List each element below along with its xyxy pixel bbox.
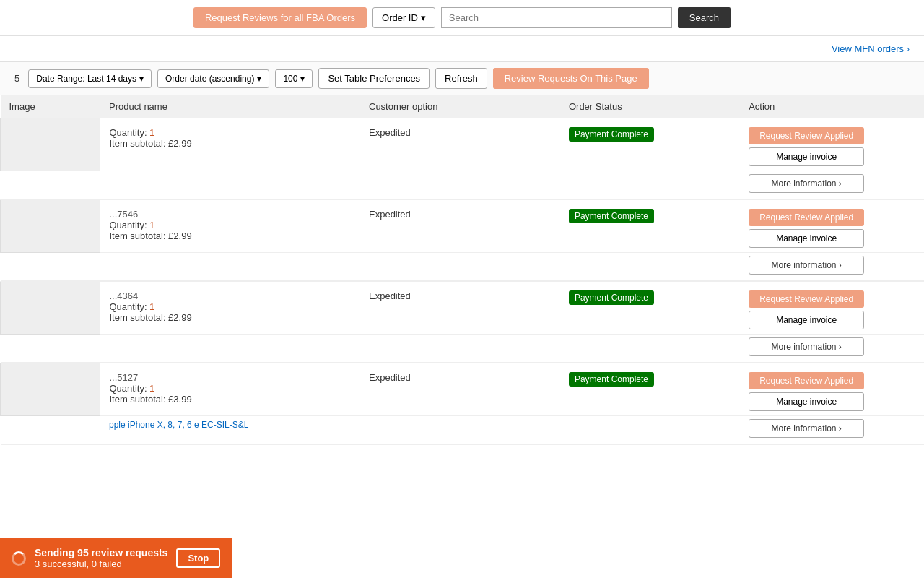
top-bar: Request Reviews for all FBA Orders Order… bbox=[0, 0, 924, 36]
status-badge: Payment Complete bbox=[569, 372, 654, 387]
order-status-cell: Payment Complete bbox=[560, 118, 740, 171]
set-table-preferences-button[interactable]: Set Table Preferences bbox=[318, 68, 430, 89]
status-badge: Payment Complete bbox=[569, 127, 654, 142]
table-sub-row: More information › bbox=[1, 335, 925, 363]
product-name-cell bbox=[100, 335, 360, 363]
col-header-action: Action bbox=[740, 95, 924, 118]
order-status-cell: Payment Complete bbox=[560, 363, 740, 416]
table-header-row: Image Product name Customer option Order… bbox=[1, 95, 925, 118]
action-cell: Request Review AppliedManage invoice bbox=[740, 363, 924, 416]
more-info-cell: More information › bbox=[740, 171, 924, 199]
more-info-cell: More information › bbox=[740, 416, 924, 444]
col-header-product: Product name bbox=[100, 95, 360, 118]
manage-invoice-button[interactable]: Manage invoice bbox=[749, 229, 864, 248]
request-review-applied-button[interactable]: Request Review Applied bbox=[749, 127, 864, 144]
table-row: ...7546Quantity: 1Item subtotal: £2.99Ex… bbox=[1, 200, 925, 253]
customer-option-cell: Expedited bbox=[360, 282, 560, 335]
count-label: 5 bbox=[14, 73, 19, 84]
order-status-cell: Payment Complete bbox=[560, 282, 740, 335]
chevron-down-icon: ▾ bbox=[139, 74, 144, 84]
manage-invoice-button[interactable]: Manage invoice bbox=[749, 147, 864, 166]
manage-invoice-button[interactable]: Manage invoice bbox=[749, 392, 864, 411]
manage-invoice-button[interactable]: Manage invoice bbox=[749, 311, 864, 329]
table-sub-row: pple iPhone X, 8, 7, 6 e EC-SIL-S&LMore … bbox=[1, 416, 925, 444]
product-quantity: Quantity: 1 bbox=[109, 220, 352, 230]
order-id: ...5127 bbox=[109, 372, 352, 383]
chevron-down-icon: ▾ bbox=[300, 74, 305, 84]
action-cell: Request Review AppliedManage invoice bbox=[740, 282, 924, 335]
orders-table: Image Product name Customer option Order… bbox=[0, 95, 924, 445]
status-badge: Payment Complete bbox=[569, 209, 654, 223]
request-review-applied-button[interactable]: Request Review Applied bbox=[749, 290, 864, 308]
product-info-cell: Quantity: 1Item subtotal: £2.99 bbox=[100, 118, 360, 171]
order-id: ...4364 bbox=[109, 290, 352, 301]
table-row: Quantity: 1Item subtotal: £2.99Expedited… bbox=[1, 118, 925, 171]
product-name-cell: pple iPhone X, 8, 7, 6 e EC-SIL-S&L bbox=[100, 416, 360, 444]
product-name-text: pple iPhone X, 8, 7, 6 e EC-SIL-S&L bbox=[109, 419, 352, 431]
customer-option-cell: Expedited bbox=[360, 200, 560, 253]
table-sub-row: More information › bbox=[1, 253, 925, 281]
product-quantity: Quantity: 1 bbox=[109, 301, 352, 312]
product-image-cell bbox=[1, 118, 100, 171]
more-information-button[interactable]: More information › bbox=[749, 419, 864, 438]
chevron-down-icon: ▾ bbox=[257, 74, 261, 84]
status-badge: Payment Complete bbox=[569, 290, 654, 305]
product-image-cell bbox=[1, 363, 100, 416]
more-info-cell: More information › bbox=[740, 335, 924, 363]
more-information-button[interactable]: More information › bbox=[749, 174, 864, 193]
order-status-cell: Payment Complete bbox=[560, 200, 740, 253]
product-quantity: Quantity: 1 bbox=[109, 127, 352, 138]
customer-option-cell: Expedited bbox=[360, 363, 560, 416]
table-row: ...5127Quantity: 1Item subtotal: £3.99Ex… bbox=[1, 363, 925, 416]
action-cell: Request Review AppliedManage invoice bbox=[740, 118, 924, 171]
refresh-button[interactable]: Refresh bbox=[435, 68, 487, 89]
request-review-applied-button[interactable]: Request Review Applied bbox=[749, 209, 864, 226]
request-review-applied-button[interactable]: Request Review Applied bbox=[749, 372, 864, 389]
product-info-cell: ...5127Quantity: 1Item subtotal: £3.99 bbox=[100, 363, 360, 416]
col-header-customer: Customer option bbox=[360, 95, 560, 118]
search-button[interactable]: Search bbox=[678, 7, 731, 28]
col-header-status: Order Status bbox=[560, 95, 740, 118]
table-sub-row: More information › bbox=[1, 171, 925, 199]
product-subtotal: Item subtotal: £2.99 bbox=[109, 230, 352, 241]
more-info-cell: More information › bbox=[740, 253, 924, 281]
date-range-filter[interactable]: Date Range: Last 14 days ▾ bbox=[28, 69, 152, 88]
product-subtotal: Item subtotal: £2.99 bbox=[109, 138, 352, 149]
chevron-down-icon: ▾ bbox=[421, 12, 426, 23]
review-requests-button[interactable]: Review Requests On This Page bbox=[493, 68, 649, 89]
product-image-cell bbox=[1, 200, 100, 253]
product-info-cell: ...7546Quantity: 1Item subtotal: £2.99 bbox=[100, 200, 360, 253]
col-header-image: Image bbox=[1, 95, 100, 118]
customer-option-cell: Expedited bbox=[360, 118, 560, 171]
view-mfn-link[interactable]: View MFN orders › bbox=[832, 43, 910, 54]
product-name-cell bbox=[100, 253, 360, 281]
filters-row: 5 Date Range: Last 14 days ▾ Order date … bbox=[0, 61, 924, 95]
product-subtotal: Item subtotal: £3.99 bbox=[109, 394, 352, 405]
more-information-button[interactable]: More information › bbox=[749, 337, 864, 356]
action-cell: Request Review AppliedManage invoice bbox=[740, 200, 924, 253]
more-information-button[interactable]: More information › bbox=[749, 256, 864, 275]
request-all-button[interactable]: Request Reviews for all FBA Orders bbox=[193, 7, 367, 28]
product-name-cell bbox=[100, 171, 360, 199]
view-mfn-row: View MFN orders › bbox=[0, 36, 924, 61]
per-page-filter[interactable]: 100 ▾ bbox=[275, 69, 313, 88]
product-image-cell bbox=[1, 282, 100, 335]
search-input[interactable] bbox=[441, 7, 672, 28]
order-date-filter[interactable]: Order date (ascending) ▾ bbox=[157, 69, 269, 88]
product-subtotal: Item subtotal: £2.99 bbox=[109, 312, 352, 323]
product-quantity: Quantity: 1 bbox=[109, 383, 352, 394]
order-id: ...7546 bbox=[109, 209, 352, 220]
product-info-cell: ...4364Quantity: 1Item subtotal: £2.99 bbox=[100, 282, 360, 335]
table-row: ...4364Quantity: 1Item subtotal: £2.99Ex… bbox=[1, 282, 925, 335]
order-id-dropdown[interactable]: Order ID ▾ bbox=[372, 7, 435, 28]
